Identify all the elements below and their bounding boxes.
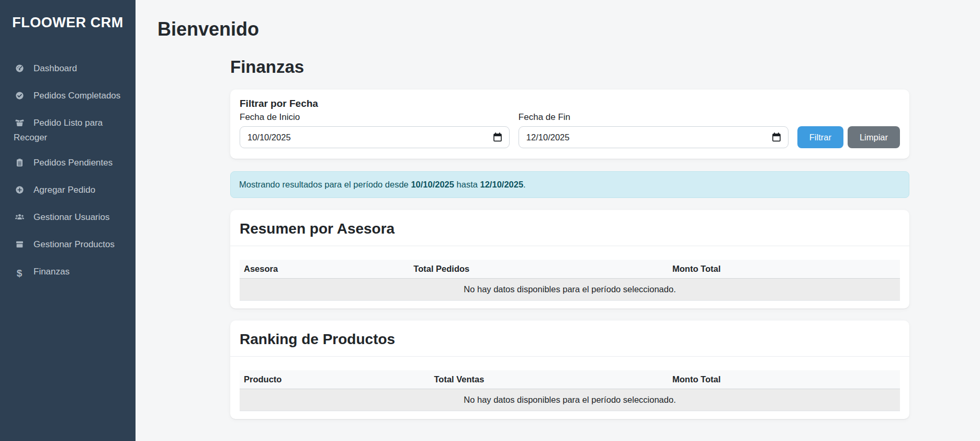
column-header-monto-total: Monto Total <box>668 370 900 389</box>
sidebar-item-label: Dashboard <box>33 63 77 73</box>
calendar-icon[interactable] <box>492 132 503 142</box>
sidebar-item-label: Pedidos Pendientes <box>33 158 112 168</box>
box-icon <box>14 239 25 253</box>
clipboard-list-icon <box>14 158 25 171</box>
advisor-summary-body: Asesora Total Pedidos Monto Total No hay… <box>230 246 909 308</box>
empty-state-message: No hay datos disponibles para el período… <box>240 389 900 411</box>
column-header-producto: Producto <box>240 370 430 389</box>
end-date-input-wrap <box>519 126 788 148</box>
alert-end-date: 12/10/2025 <box>480 180 524 189</box>
advisor-summary-table: Asesora Total Pedidos Monto Total No hay… <box>240 260 900 301</box>
sidebar-item-gestionar-productos[interactable]: Gestionar Productos <box>0 232 136 259</box>
sidebar-item-pedidos-completados[interactable]: Pedidos Completados <box>0 83 136 111</box>
table-row: No hay datos disponibles para el período… <box>240 279 900 301</box>
box-open-icon <box>14 118 25 131</box>
plus-circle-icon <box>14 185 25 199</box>
dollar-icon: $ <box>14 267 25 280</box>
table-header-row: Asesora Total Pedidos Monto Total <box>240 260 900 279</box>
main-content: Bienvenido Finanzas Filtrar por Fecha Fe… <box>136 0 980 441</box>
sidebar-item-gestionar-usuarios[interactable]: Gestionar Usuarios <box>0 205 136 232</box>
users-icon <box>14 212 25 226</box>
sidebar-item-pedido-listo[interactable]: Pedido Listo para Recoger <box>0 111 136 150</box>
start-date-input[interactable] <box>240 126 510 148</box>
start-date-input-wrap <box>240 126 510 148</box>
results-period-alert: Mostrando resultados para el período des… <box>230 171 909 198</box>
empty-state-message: No hay datos disponibles para el período… <box>240 279 900 301</box>
advisor-summary-header: Resumen por Asesora <box>230 210 909 246</box>
filter-row: Fecha de Inicio Fecha de Fin Filtrar <box>240 112 900 148</box>
product-ranking-card: Ranking de Productos Producto Total Vent… <box>230 321 909 419</box>
sidebar-item-agregar-pedido[interactable]: Agregar Pedido <box>0 178 136 205</box>
check-circle-icon <box>14 91 25 104</box>
column-header-total-ventas: Total Ventas <box>430 370 668 389</box>
table-header-row: Producto Total Ventas Monto Total <box>240 370 900 389</box>
alert-text-middle: hasta <box>454 180 480 189</box>
sidebar-item-label: Agregar Pedido <box>33 185 95 195</box>
sidebar: FLOOWER CRM Dashboard Pedidos Completado… <box>0 0 136 441</box>
start-date-field: Fecha de Inicio <box>240 112 510 148</box>
sidebar-item-pedidos-pendientes[interactable]: Pedidos Pendientes <box>0 150 136 178</box>
advisor-summary-card: Resumen por Asesora Asesora Total Pedido… <box>230 210 909 308</box>
page-title: Bienvenido <box>157 18 980 40</box>
sidebar-nav: Dashboard Pedidos Completados Pedido Lis… <box>0 56 136 286</box>
product-ranking-title: Ranking de Productos <box>240 330 900 348</box>
filter-buttons: Filtrar Limpiar <box>797 126 900 148</box>
product-ranking-header: Ranking de Productos <box>230 321 909 357</box>
gauge-icon <box>14 63 25 77</box>
filter-button[interactable]: Filtrar <box>797 126 843 148</box>
sidebar-item-label: Gestionar Productos <box>33 239 115 249</box>
product-ranking-body: Producto Total Ventas Monto Total No hay… <box>230 357 909 419</box>
date-filter-card: Filtrar por Fecha Fecha de Inicio Fecha … <box>230 90 909 159</box>
sidebar-item-label: Finanzas <box>33 267 70 277</box>
column-header-total-pedidos: Total Pedidos <box>409 260 668 279</box>
sidebar-item-label: Pedidos Completados <box>33 91 120 101</box>
calendar-icon[interactable] <box>771 132 782 142</box>
app-title: FLOOWER CRM <box>0 0 136 31</box>
clear-button[interactable]: Limpiar <box>848 126 900 148</box>
table-row: No hay datos disponibles para el período… <box>240 389 900 411</box>
product-ranking-table: Producto Total Ventas Monto Total No hay… <box>240 370 900 411</box>
end-date-input[interactable] <box>519 126 788 148</box>
column-header-monto-total: Monto Total <box>668 260 900 279</box>
column-header-asesora: Asesora <box>240 260 409 279</box>
alert-text-prefix: Mostrando resultados para el período des… <box>239 180 411 189</box>
section-title: Finanzas <box>230 57 909 77</box>
sidebar-item-label: Pedido Listo para Recoger <box>14 118 103 142</box>
sidebar-item-finanzas[interactable]: $Finanzas <box>0 259 136 286</box>
filter-title: Filtrar por Fecha <box>240 98 900 109</box>
start-date-label: Fecha de Inicio <box>240 112 510 123</box>
alert-start-date: 10/10/2025 <box>411 180 454 189</box>
alert-text-suffix: . <box>523 180 526 189</box>
advisor-summary-title: Resumen por Asesora <box>240 219 900 238</box>
end-date-label: Fecha de Fin <box>519 112 788 123</box>
sidebar-item-label: Gestionar Usuarios <box>33 212 110 222</box>
end-date-field: Fecha de Fin <box>519 112 788 148</box>
sidebar-item-dashboard[interactable]: Dashboard <box>0 56 136 83</box>
finanzas-section: Finanzas Filtrar por Fecha Fecha de Inic… <box>230 57 909 419</box>
